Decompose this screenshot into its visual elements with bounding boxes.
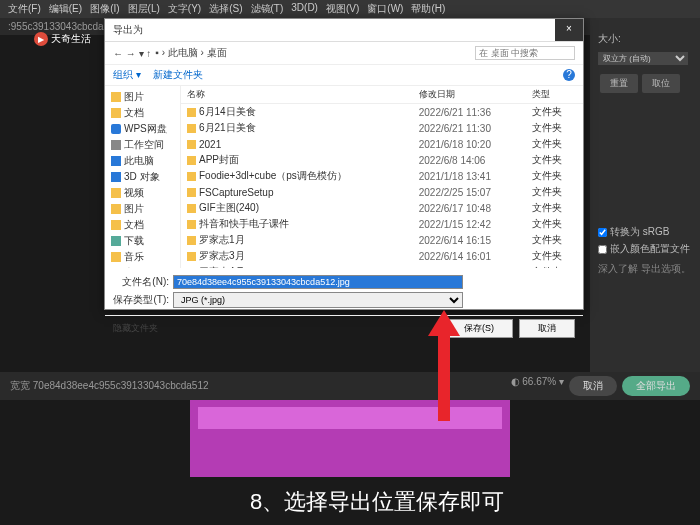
dialog-titlebar: 导出为 × [105,19,583,42]
sidebar-item[interactable]: 音乐 [111,249,174,265]
sidebar-item[interactable]: 桌面 [111,265,174,268]
sidebar: 图片文档WPS网盘工作空间此电脑3D 对象视频图片文档下载音乐桌面 [105,86,181,268]
annotation-arrow [438,310,460,421]
folder-icon [187,108,196,117]
canvas-preview [190,399,510,477]
cancel-button[interactable]: 取消 [519,319,575,338]
table-row[interactable]: 6月14日美食2022/6/21 11:36文件夹 [181,104,583,121]
table-row[interactable]: 抖音和快手电子课件2022/1/15 12:42文件夹 [181,216,583,232]
folder-icon [111,172,121,182]
folder-icon [187,252,196,261]
export-options-panel: 大小: 双立方 (自动) 重置取位 转换为 sRGB 嵌入颜色配置文件 深入了解… [590,18,700,398]
menu-item[interactable]: 编辑(E) [49,2,82,16]
folder-icon [111,252,121,262]
table-row[interactable]: 罗家志1月2022/6/14 16:15文件夹 [181,232,583,248]
menu-item[interactable]: 滤镜(T) [251,2,284,16]
path-bar[interactable]: ← → ▾ ↑▪ › 此电脑 › 桌面 [105,42,583,65]
reset-button[interactable]: 重置 [600,74,638,93]
save-as-dialog: 导出为 × ← → ▾ ↑▪ › 此电脑 › 桌面 组织 ▾ 新建文件夹 ? 图… [104,18,584,310]
filename-input[interactable] [173,275,463,289]
sidebar-item[interactable]: 工作空间 [111,137,174,153]
menu-item[interactable]: 帮助(H) [411,2,445,16]
menu-item[interactable]: 文件(F) [8,2,41,16]
folder-icon [111,156,121,166]
sidebar-item[interactable]: 视频 [111,185,174,201]
folder-icon [187,124,196,133]
menu-item[interactable]: 窗口(W) [367,2,403,16]
menu-item[interactable]: 图像(I) [90,2,119,16]
close-icon[interactable]: × [555,19,583,41]
sidebar-item[interactable]: 图片 [111,201,174,217]
new-folder-button[interactable]: 新建文件夹 [153,68,203,82]
folder-icon [187,204,196,213]
size-label: 大小: [598,32,692,46]
ps-menubar: 文件(F)编辑(E)图像(I)图层(L)文字(Y)选择(S)滤镜(T)3D(D)… [0,0,700,18]
table-row[interactable]: APP封面2022/6/8 14:06文件夹 [181,152,583,168]
folder-icon [187,188,196,197]
folder-icon [187,140,196,149]
export-cancel-button[interactable]: 取消 [569,376,617,396]
export-status-bar: 宽宽 70e84d38ee4c955c39133043cbcda512 ◐ 66… [0,372,700,400]
folder-icon [111,220,121,230]
file-list[interactable]: 名称修改日期类型 6月14日美食2022/6/21 11:36文件夹6月21日美… [181,86,583,268]
table-row[interactable]: FSCaptureSetup2022/2/25 15:07文件夹 [181,184,583,200]
table-row[interactable]: 6月21日美食2022/6/21 11:30文件夹 [181,120,583,136]
menu-item[interactable]: 选择(S) [209,2,242,16]
search-input[interactable] [475,46,575,60]
folder-icon [187,236,196,245]
logo-icon: ▶ [34,32,48,46]
folder-icon [111,236,121,246]
organize-menu[interactable]: 组织 ▾ [113,68,141,82]
menu-item[interactable]: 3D(D) [291,2,318,16]
sidebar-item[interactable]: 3D 对象 [111,169,174,185]
help-icon[interactable]: ? [563,69,575,81]
folder-icon [111,92,121,102]
folder-icon [187,172,196,181]
folder-icon [187,156,196,165]
relayout-button[interactable]: 取位 [642,74,680,93]
folder-icon [111,108,121,118]
sidebar-item[interactable]: 文档 [111,217,174,233]
learn-more-link[interactable]: 深入了解 导出选项。 [598,262,692,276]
hide-folders-toggle[interactable]: 隐藏文件夹 [113,322,158,335]
sidebar-item[interactable]: 图片 [111,89,174,105]
menu-item[interactable]: 文字(Y) [168,2,201,16]
dialog-toolbar: 组织 ▾ 新建文件夹 ? [105,65,583,86]
folder-icon [111,204,121,214]
menu-item[interactable]: 视图(V) [326,2,359,16]
table-row[interactable]: Foodie+3dl+cube（ps调色模仿）2021/1/18 13:41文件… [181,168,583,184]
watermark: ▶天奇生活 [34,32,91,46]
sidebar-item[interactable]: 下载 [111,233,174,249]
menu-item[interactable]: 图层(L) [128,2,160,16]
folder-icon [187,220,196,229]
table-row[interactable]: GIF主图(240)2022/6/17 10:48文件夹 [181,200,583,216]
export-all-button[interactable]: 全部导出 [622,376,690,396]
folder-icon [111,124,121,134]
filetype-select[interactable]: JPG (*.jpg) [173,292,463,308]
sidebar-item[interactable]: 此电脑 [111,153,174,169]
sidebar-item[interactable]: WPS网盘 [111,121,174,137]
table-row[interactable]: 罗家志4月2022/6/14 14:42文件夹 [181,264,583,268]
preset-select[interactable]: 双立方 (自动) [598,52,688,65]
folder-icon [111,188,121,198]
convert-srgb-checkbox[interactable]: 转换为 sRGB [598,225,692,239]
instruction-text: 8、选择导出位置保存即可 [250,487,504,517]
table-row[interactable]: 罗家志3月2022/6/14 16:01文件夹 [181,248,583,264]
embed-profile-checkbox[interactable]: 嵌入颜色配置文件 [598,242,692,256]
table-row[interactable]: 20212021/6/18 10:20文件夹 [181,136,583,152]
sidebar-item[interactable]: 文档 [111,105,174,121]
folder-icon [111,140,121,150]
